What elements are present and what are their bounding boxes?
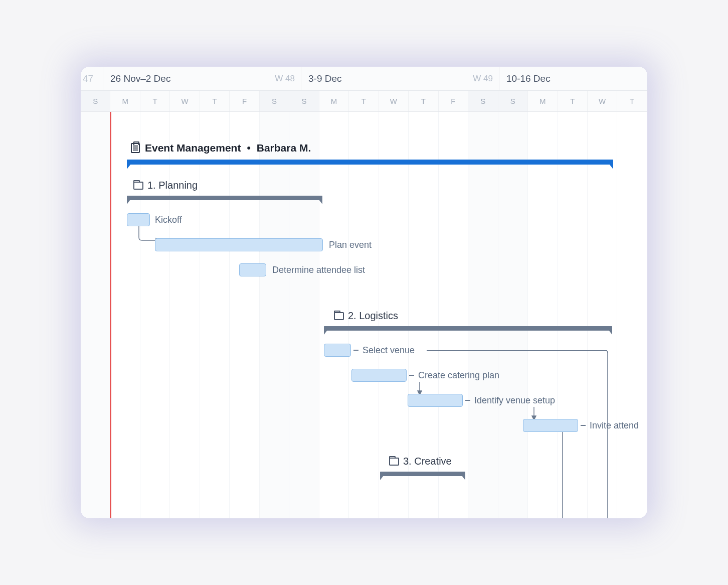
dependency-arrow bbox=[605, 350, 615, 518]
task-determine-list-label: Determine attendee list bbox=[272, 263, 365, 276]
task-select-venue-bar[interactable] bbox=[324, 344, 351, 357]
clipboard-icon bbox=[131, 143, 140, 153]
task-select-venue-label: Select venue bbox=[353, 344, 415, 357]
task-catering-bar[interactable] bbox=[351, 369, 407, 382]
task-plan-event-bar[interactable] bbox=[155, 238, 323, 251]
week-block[interactable]: 47 bbox=[81, 67, 103, 90]
timeline-weeks-header: 4726 Nov–2 DecW 483-9 DecW 4910-16 Dec bbox=[81, 67, 647, 91]
project-summary-bar[interactable] bbox=[127, 160, 613, 165]
timeline-days-header: SMTWTFSSMTWTFSSMTWT bbox=[81, 91, 647, 112]
folder-creative-bar[interactable] bbox=[380, 472, 465, 476]
folder-icon bbox=[133, 182, 143, 190]
task-invite-label: Invite attend bbox=[581, 419, 639, 432]
folder-icon bbox=[389, 458, 399, 466]
folder-planning-row: 1. Planning bbox=[133, 180, 647, 205]
day-cell[interactable]: S bbox=[289, 91, 319, 111]
folder-logistics-bar[interactable] bbox=[324, 326, 612, 331]
gantt-content: Event Management • Barbara M. 1. Plannin… bbox=[81, 112, 647, 518]
project-title[interactable]: Event Management • Barbara M. bbox=[131, 142, 647, 154]
dash-connector bbox=[465, 400, 470, 401]
week-label: 26 Nov–2 Dec bbox=[110, 73, 170, 84]
week-block[interactable]: 26 Nov–2 DecW 48 bbox=[103, 67, 301, 90]
day-cell[interactable]: S bbox=[260, 91, 289, 111]
day-cell[interactable]: W bbox=[379, 91, 409, 111]
week-label: 3-9 Dec bbox=[308, 73, 342, 84]
day-cell[interactable]: M bbox=[528, 91, 558, 111]
task-plan-event-label: Plan event bbox=[329, 238, 372, 251]
dash-connector bbox=[581, 425, 586, 426]
task-invite-bar[interactable] bbox=[523, 419, 578, 432]
folder-planning-bar[interactable] bbox=[127, 196, 322, 200]
week-block[interactable]: 3-9 DecW 49 bbox=[301, 67, 499, 90]
day-cell[interactable]: M bbox=[319, 91, 349, 111]
task-venue-setup-label: Identify venue setup bbox=[465, 394, 555, 407]
folder-creative-title[interactable]: 3. Creative bbox=[389, 456, 647, 467]
gantt-body[interactable]: Event Management • Barbara M. 1. Plannin… bbox=[81, 112, 647, 518]
week-number: W 49 bbox=[473, 74, 493, 84]
folder-creative-label: 3. Creative bbox=[403, 456, 452, 467]
task-catering-label: Create catering plan bbox=[409, 369, 499, 382]
folder-logistics-title[interactable]: 2. Logistics bbox=[334, 310, 647, 322]
folder-creative-row: 3. Creative bbox=[389, 456, 647, 481]
project-owner: Barbara M. bbox=[257, 142, 311, 154]
week-block[interactable]: 10-16 Dec bbox=[499, 67, 647, 90]
folder-logistics-label: 2. Logistics bbox=[348, 310, 398, 322]
folder-icon bbox=[334, 312, 344, 320]
day-cell[interactable]: T bbox=[617, 91, 647, 111]
today-marker bbox=[110, 112, 111, 518]
dash-connector bbox=[409, 375, 414, 376]
folder-planning-title[interactable]: 1. Planning bbox=[133, 180, 647, 191]
day-cell[interactable]: T bbox=[349, 91, 379, 111]
task-venue-setup-bar[interactable] bbox=[408, 394, 463, 407]
week-label: 10-16 Dec bbox=[506, 73, 551, 84]
week-number: W 48 bbox=[275, 74, 295, 84]
folder-planning-label: 1. Planning bbox=[147, 180, 198, 191]
day-cell[interactable]: S bbox=[81, 91, 110, 111]
day-cell[interactable]: F bbox=[439, 91, 468, 111]
day-cell[interactable]: T bbox=[200, 91, 230, 111]
dash-connector bbox=[353, 350, 358, 351]
project-name: Event Management bbox=[145, 142, 241, 154]
day-cell[interactable]: S bbox=[468, 91, 498, 111]
dependency-line bbox=[427, 350, 607, 351]
task-determine-list-bar[interactable] bbox=[239, 263, 266, 276]
day-cell[interactable]: F bbox=[230, 91, 259, 111]
folder-logistics-row: 2. Logistics bbox=[334, 310, 647, 335]
day-cell[interactable]: W bbox=[588, 91, 617, 111]
day-cell[interactable]: T bbox=[409, 91, 438, 111]
task-kickoff-bar[interactable] bbox=[127, 213, 150, 226]
day-cell[interactable]: M bbox=[110, 91, 140, 111]
day-cell[interactable]: S bbox=[498, 91, 528, 111]
task-kickoff-label: Kickoff bbox=[155, 213, 182, 226]
day-cell[interactable]: W bbox=[170, 91, 200, 111]
gantt-frame: 4726 Nov–2 DecW 483-9 DecW 4910-16 Dec S… bbox=[81, 67, 647, 518]
day-cell[interactable]: T bbox=[140, 91, 170, 111]
separator-dot: • bbox=[247, 142, 250, 154]
week-label: 47 bbox=[83, 73, 93, 84]
day-cell[interactable]: T bbox=[558, 91, 588, 111]
